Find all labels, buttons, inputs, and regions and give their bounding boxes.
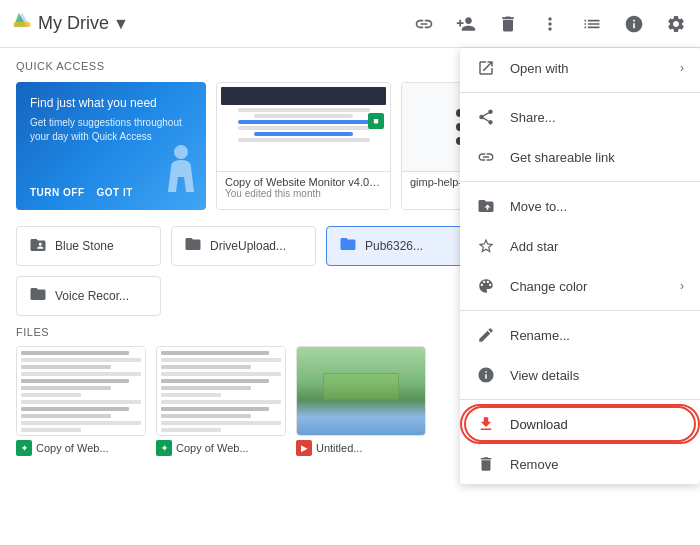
sheets-icon: ■: [368, 113, 384, 129]
move-to-icon: [476, 196, 496, 216]
context-menu: Open with › Share... Get shareable link …: [460, 48, 700, 484]
folder-voice-recorder-label: Voice Recor...: [55, 289, 129, 303]
file-item-2[interactable]: ▶ Untitled...: [296, 346, 426, 456]
folder-drive-upload[interactable]: DriveUpload...: [171, 226, 316, 266]
file-name-2: Untitled...: [316, 442, 362, 454]
ctx-divider-3: [460, 310, 700, 311]
ctx-move-to[interactable]: Move to...: [460, 186, 700, 226]
view-details-icon: [476, 365, 496, 385]
file-thumb-0: [16, 346, 146, 436]
ctx-share-label: Share...: [510, 110, 684, 125]
link-icon[interactable]: [412, 12, 436, 36]
turn-off-button[interactable]: TURN OFF: [30, 187, 85, 198]
settings-icon[interactable]: [664, 12, 688, 36]
folder-voice-recorder[interactable]: Voice Recor...: [16, 276, 161, 316]
chevron-down-icon[interactable]: ▼: [113, 15, 129, 33]
trash-icon[interactable]: [496, 12, 520, 36]
ctx-change-color-label: Change color: [510, 279, 666, 294]
folder-drive-upload-icon: [184, 235, 202, 257]
ctx-divider-2: [460, 181, 700, 182]
blue-card-actions: TURN OFF GOT IT: [30, 187, 133, 198]
ctx-divider-1: [460, 92, 700, 93]
file-thumb-1: [156, 346, 286, 436]
sheets-type-icon-1: ✦: [156, 440, 172, 456]
quick-access-blue-card: Find just what you need Get timely sugge…: [16, 82, 206, 210]
ctx-add-star-label: Add star: [510, 239, 684, 254]
ctx-remove[interactable]: Remove: [460, 444, 700, 484]
color-palette-icon: [476, 276, 496, 296]
info-icon[interactable]: [622, 12, 646, 36]
file-card-thumb-1: ■: [217, 83, 390, 171]
file-thumb-2: [296, 346, 426, 436]
list-view-icon[interactable]: [580, 12, 604, 36]
blue-card-title: Find just what you need: [30, 96, 192, 110]
ctx-download[interactable]: Download: [460, 404, 700, 444]
file-card-website-monitor[interactable]: ■ Copy of Website Monitor v4.0 by ... Yo…: [216, 82, 391, 210]
file-footer-2: ▶ Untitled...: [296, 440, 426, 456]
ctx-rename[interactable]: Rename...: [460, 315, 700, 355]
remove-icon: [476, 454, 496, 474]
blue-card-description: Get timely suggestions throughout your d…: [30, 116, 192, 144]
more-vert-icon[interactable]: [538, 12, 562, 36]
ctx-open-with-label: Open with: [510, 61, 666, 76]
file-card-date-1: You edited this month: [225, 188, 382, 199]
link-icon: [476, 147, 496, 167]
ctx-get-link-label: Get shareable link: [510, 150, 684, 165]
file-item-1[interactable]: ✦ Copy of Web...: [156, 346, 286, 456]
ctx-rename-label: Rename...: [510, 328, 684, 343]
sheets-type-icon-0: ✦: [16, 440, 32, 456]
svg-point-3: [174, 145, 188, 159]
folder-blue-stone-label: Blue Stone: [55, 239, 114, 253]
file-footer-1: ✦ Copy of Web...: [156, 440, 286, 456]
person-add-icon[interactable]: [454, 12, 478, 36]
header-actions: [412, 12, 688, 36]
star-icon: [476, 236, 496, 256]
folder-pub6326-icon: [339, 235, 357, 257]
got-it-button[interactable]: GOT IT: [97, 187, 133, 198]
file-footer-0: ✦ Copy of Web...: [16, 440, 146, 456]
person-silhouette-icon: [166, 142, 196, 202]
ctx-add-star[interactable]: Add star: [460, 226, 700, 266]
svg-rect-2: [14, 22, 31, 27]
ctx-view-details-label: View details: [510, 368, 684, 383]
header-title-container: My Drive ▼: [12, 11, 412, 36]
rename-icon: [476, 325, 496, 345]
file-name-1: Copy of Web...: [176, 442, 249, 454]
shared-folder-icon: [29, 236, 47, 257]
folder-pub6326-label: Pub6326...: [365, 239, 423, 253]
folder-pub6326[interactable]: Pub6326...: [326, 226, 471, 266]
slides-type-icon-2: ▶: [296, 440, 312, 456]
folder-drive-upload-label: DriveUpload...: [210, 239, 286, 253]
folder-voice-recorder-icon: [29, 285, 47, 307]
file-item-0[interactable]: ✦ Copy of Web...: [16, 346, 146, 456]
drive-icon: [12, 11, 32, 36]
file-name-0: Copy of Web...: [36, 442, 109, 454]
header: My Drive ▼: [0, 0, 700, 48]
ctx-divider-4: [460, 399, 700, 400]
ctx-open-with-arrow: ›: [680, 61, 684, 75]
file-card-name-1: Copy of Website Monitor v4.0 by ...: [225, 176, 382, 188]
ctx-view-details[interactable]: View details: [460, 355, 700, 395]
page-title: My Drive: [38, 13, 109, 34]
ctx-get-link[interactable]: Get shareable link: [460, 137, 700, 177]
ctx-download-label: Download: [510, 417, 684, 432]
ctx-move-to-label: Move to...: [510, 199, 684, 214]
ctx-change-color[interactable]: Change color ›: [460, 266, 700, 306]
ctx-open-with[interactable]: Open with ›: [460, 48, 700, 88]
ctx-remove-label: Remove: [510, 457, 684, 472]
file-card-info-1: Copy of Website Monitor v4.0 by ... You …: [217, 171, 390, 210]
ctx-share[interactable]: Share...: [460, 97, 700, 137]
share-icon: [476, 107, 496, 127]
download-icon: [476, 414, 496, 434]
folder-blue-stone[interactable]: Blue Stone: [16, 226, 161, 266]
ctx-change-color-arrow: ›: [680, 279, 684, 293]
open-with-icon: [476, 58, 496, 78]
